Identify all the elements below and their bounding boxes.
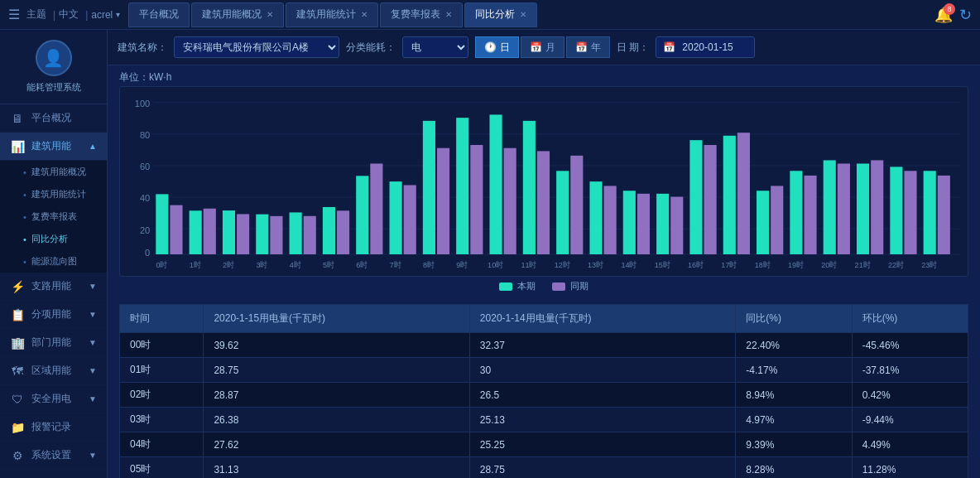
tab-tariff-report[interactable]: 复费率报表 ✕ [380,2,463,27]
sidebar-item-building[interactable]: 📊 建筑用能 ▲ [0,133,107,161]
sidebar-item-region[interactable]: 🗺 区域用能 ▼ [0,357,107,385]
sidebar-arrow-dept: ▼ [89,338,97,347]
legend-current: 本期 [499,280,536,292]
table-cell-mom: 4.49% [852,432,968,457]
chart-container: 100 80 60 40 20 0 [119,86,968,277]
table-cell-time: 03时 [120,408,204,432]
svg-rect-18 [256,215,268,254]
bolt-icon: ⚡ [10,280,25,293]
svg-rect-13 [170,205,182,254]
tab-close-building-overview[interactable]: ✕ [267,10,273,19]
sidebar-label-dept: 部门用能 [31,336,71,350]
svg-text:8时: 8时 [423,261,435,269]
table-cell-mom: -9.44% [852,408,968,432]
tab-close-building-stats[interactable]: ✕ [361,10,368,19]
chart-legend: 本期 同期 [119,277,968,297]
bar-chart: 100 80 60 40 20 0 [127,94,961,269]
svg-text:2时: 2时 [223,261,234,269]
sidebar-label-circuit: 支路用能 [31,279,71,293]
table-cell-prev: 30 [469,358,735,383]
sidebar-label-itemized: 分项用能 [31,307,71,321]
svg-text:15时: 15时 [655,261,670,269]
svg-text:14时: 14时 [621,261,637,269]
tab-yoy-analysis[interactable]: 同比分析 ✕ [464,2,537,27]
svg-text:80: 80 [140,130,150,140]
svg-rect-14 [190,210,202,254]
table-cell-yoy: 22.40% [736,333,852,358]
sidebar-item-platform[interactable]: 🖥 平台概况 [0,104,107,133]
notification-button[interactable]: 🔔 8 [934,6,953,24]
sub-label-yoy: 同比分析 [31,233,68,245]
date-value: 2020-01-15 [682,41,733,53]
svg-text:0时: 0时 [156,261,167,269]
sidebar-arrow-settings: ▼ [89,451,97,460]
table-row: 01时28.7530-4.17%-37.81% [120,358,968,383]
sidebar-item-circuit[interactable]: ⚡ 支路用能 ▼ [0,273,107,301]
sidebar-sub-building-overview[interactable]: 建筑用能概况 [0,161,107,183]
gear-icon: ⚙ [10,449,25,462]
legend-color-current [499,282,512,291]
col-header-yoy: 同比(%) [736,305,852,333]
svg-rect-56 [890,167,902,254]
date-input[interactable]: 📅 2020-01-15 [656,36,755,58]
date-btn-group: 🕐 日 📅 月 📅 年 [475,36,610,58]
year-button[interactable]: 📅 年 [566,36,610,58]
sidebar-label-alarm: 报警记录 [31,420,71,434]
svg-text:19时: 19时 [788,261,804,269]
tab-close-yoy[interactable]: ✕ [520,10,526,19]
folder-icon: 📁 [10,421,25,434]
calendar-icon: 📅 [663,41,675,53]
category-select[interactable]: 电 [402,36,468,58]
building-select[interactable]: 安科瑞电气股份有限公司A楼 [174,36,339,58]
sidebar-item-dept[interactable]: 🏢 部门用能 ▼ [0,329,107,357]
tab-building-overview[interactable]: 建筑用能概况 ✕ [191,2,284,27]
sidebar-sub-tariff[interactable]: 复费率报表 [0,205,107,228]
sidebar-item-settings[interactable]: ⚙ 系统设置 ▼ [0,442,107,470]
sidebar-sub-building-stats[interactable]: 建筑用能统计 [0,183,107,205]
legend-color-prev [552,282,565,291]
table-cell-prev: 32.37 [469,333,735,358]
sidebar-sub-energy-flow[interactable]: 能源流向图 [0,250,107,273]
svg-rect-42 [656,194,669,254]
sidebar-sub-yoy[interactable]: 同比分析 [0,228,107,250]
top-right: 🔔 8 ↻ [934,6,972,24]
lang-label: 中文 [59,7,79,22]
data-table: 时间 2020-1-15用电量(千瓦时) 2020-1-14用电量(千瓦时) 同… [119,304,968,478]
main-content: 建筑名称： 安科瑞电气股份有限公司A楼 分类能耗： 电 🕐 日 📅 月 📅 [108,30,980,478]
building-filter-label: 建筑名称： [118,41,167,55]
system-name: 能耗管理系统 [26,81,81,94]
tab-platform[interactable]: 平台概况 [128,2,190,27]
sidebar-header: 👤 能耗管理系统 [0,30,107,104]
sidebar-arrow-circuit: ▼ [89,282,97,291]
day-button[interactable]: 🕐 日 [475,36,519,58]
svg-rect-37 [570,156,583,254]
avatar-icon: 👤 [43,48,64,68]
svg-rect-20 [290,212,302,254]
svg-rect-38 [589,181,602,254]
month-button[interactable]: 📅 月 [521,36,564,58]
sub-label-building-overview: 建筑用能概况 [31,166,86,178]
sidebar-item-alarm[interactable]: 📁 报警记录 [0,413,107,442]
table-cell-cur: 31.13 [204,457,469,479]
hamburger-icon[interactable]: ☰ [8,7,20,22]
svg-rect-22 [323,207,335,254]
table-cell-yoy: -4.17% [736,358,852,383]
user-dropdown-arrow[interactable]: ▾ [116,10,120,19]
svg-rect-32 [489,114,502,254]
sidebar-item-safety[interactable]: 🛡 安全用电 ▼ [0,385,107,413]
svg-text:3时: 3时 [256,261,267,269]
refresh-button[interactable]: ↻ [959,6,972,24]
cal-year-icon: 📅 [575,41,588,53]
table-cell-cur: 39.62 [204,333,469,358]
building-icon: 🏢 [10,336,25,350]
cal-month-icon: 📅 [530,41,542,53]
table-cell-mom: 11.28% [852,457,968,479]
svg-text:18时: 18时 [755,261,771,269]
svg-rect-17 [237,214,249,254]
tab-building-stats[interactable]: 建筑用能统计 ✕ [286,2,378,27]
sub-label-tariff: 复费率报表 [31,210,77,223]
svg-text:13时: 13时 [588,261,603,269]
svg-text:11时: 11时 [521,261,536,269]
tab-close-tariff[interactable]: ✕ [445,10,452,19]
sidebar-item-itemized[interactable]: 📋 分项用能 ▼ [0,301,107,329]
